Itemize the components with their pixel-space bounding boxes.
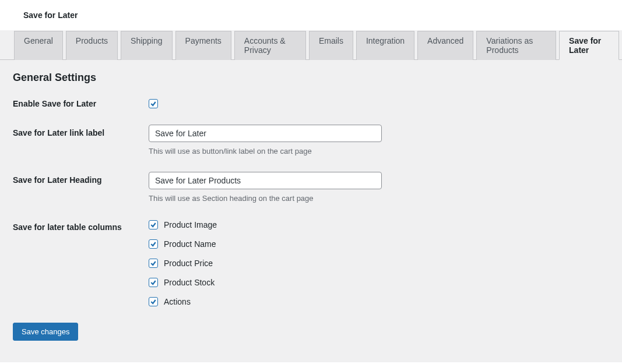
checkbox-item-actions: Actions xyxy=(149,297,622,306)
label-link-label: Save for Later link label xyxy=(13,125,149,137)
checkbox-item-product-price: Product Price xyxy=(149,259,622,268)
content-area: General Products Shipping Payments Accou… xyxy=(0,30,622,362)
checkbox-label-product-price: Product Price xyxy=(164,259,213,268)
tab-accounts-privacy[interactable]: Accounts & Privacy xyxy=(234,31,306,60)
checkbox-label-product-image: Product Image xyxy=(164,220,217,229)
checkbox-product-image[interactable] xyxy=(149,220,158,229)
checkbox-enable[interactable] xyxy=(149,99,158,108)
checkbox-actions[interactable] xyxy=(149,297,158,306)
row-table-columns: Save for later table columns Product Ima… xyxy=(13,219,622,306)
checkbox-list-columns: Product Image Product Name Product Price xyxy=(149,219,622,306)
check-icon xyxy=(150,100,157,107)
tab-emails[interactable]: Emails xyxy=(309,31,353,60)
row-link-label: Save for Later link label This will use … xyxy=(13,125,622,156)
check-icon xyxy=(150,221,157,228)
section-heading: General Settings xyxy=(0,60,622,90)
tab-advanced[interactable]: Advanced xyxy=(417,31,473,60)
tab-products[interactable]: Products xyxy=(66,31,118,60)
tab-payments[interactable]: Payments xyxy=(175,31,231,60)
tab-general[interactable]: General xyxy=(14,31,63,60)
check-icon xyxy=(150,260,157,267)
settings-form: Enable Save for Later Save for Later lin… xyxy=(13,96,622,306)
help-heading: This will use as Section heading on the … xyxy=(149,194,622,203)
save-changes-button[interactable]: Save changes xyxy=(13,323,78,341)
input-link-label[interactable] xyxy=(149,125,382,142)
checkbox-item-product-image: Product Image xyxy=(149,220,622,229)
checkbox-label-product-name: Product Name xyxy=(164,239,216,249)
check-icon xyxy=(150,279,157,286)
checkbox-label-actions: Actions xyxy=(164,297,191,306)
tab-shipping[interactable]: Shipping xyxy=(121,31,173,60)
label-table-columns: Save for later table columns xyxy=(13,219,149,232)
check-icon xyxy=(150,241,157,248)
submit-row: Save changes xyxy=(13,323,622,341)
label-heading: Save for Later Heading xyxy=(13,172,149,185)
checkbox-item-product-name: Product Name xyxy=(149,239,622,249)
tab-integration[interactable]: Integration xyxy=(356,31,414,60)
checkbox-product-stock[interactable] xyxy=(149,278,158,287)
nav-tabs: General Products Shipping Payments Accou… xyxy=(0,30,622,60)
tab-save-for-later[interactable]: Save for Later xyxy=(559,31,619,60)
help-link-label: This will use as button/link label on th… xyxy=(149,147,622,156)
check-icon xyxy=(150,298,157,305)
page-title: Save for Later xyxy=(0,0,622,30)
input-heading[interactable] xyxy=(149,172,382,189)
row-enable: Enable Save for Later xyxy=(13,96,622,108)
checkbox-item-product-stock: Product Stock xyxy=(149,278,622,287)
tab-variations-as-products[interactable]: Variations as Products xyxy=(476,31,556,60)
checkbox-label-product-stock: Product Stock xyxy=(164,278,215,287)
row-heading: Save for Later Heading This will use as … xyxy=(13,172,622,203)
checkbox-product-name[interactable] xyxy=(149,239,158,249)
label-enable: Enable Save for Later xyxy=(13,96,149,108)
checkbox-product-price[interactable] xyxy=(149,259,158,268)
